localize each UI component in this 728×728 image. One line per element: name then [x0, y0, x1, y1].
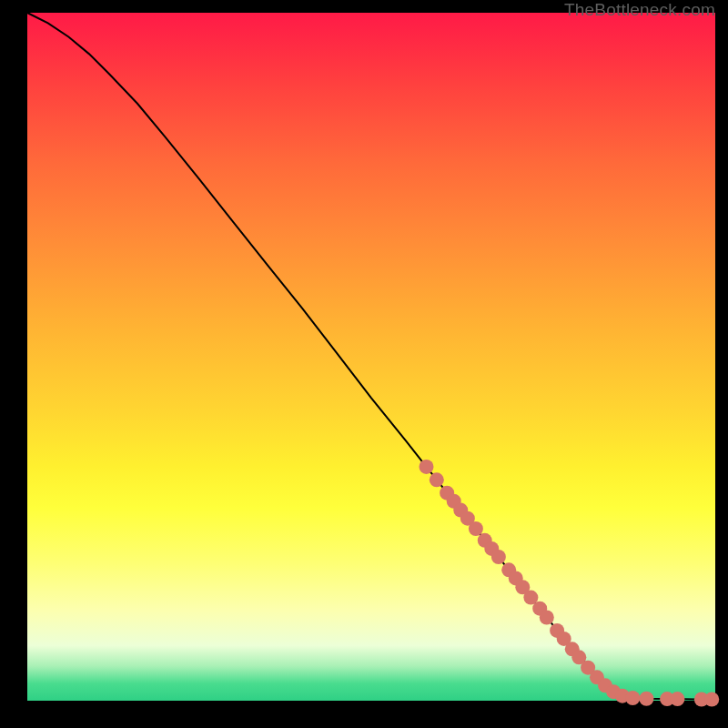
data-point	[704, 692, 719, 706]
curve-line	[27, 13, 715, 699]
data-point	[639, 692, 653, 706]
data-point	[670, 692, 684, 706]
data-point	[625, 691, 640, 705]
data-point	[540, 611, 554, 625]
curve-path	[27, 13, 715, 699]
data-point	[491, 550, 506, 564]
data-markers	[419, 460, 719, 707]
data-point	[419, 460, 433, 474]
data-point	[469, 521, 483, 536]
data-point	[430, 472, 444, 487]
chart-frame: TheBottleneck.com	[0, 0, 728, 728]
chart-overlay	[27, 13, 715, 701]
